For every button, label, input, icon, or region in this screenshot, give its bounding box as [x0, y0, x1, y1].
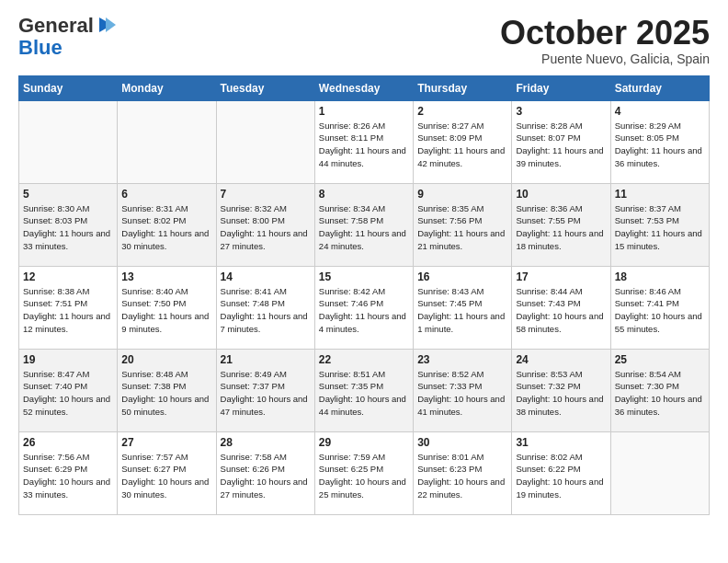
day-number: 15 — [319, 270, 409, 283]
day-info: Sunrise: 8:43 AM Sunset: 7:45 PM Dayligh… — [417, 285, 507, 336]
week-row-2: 12Sunrise: 8:38 AM Sunset: 7:51 PM Dayli… — [19, 266, 710, 349]
table-row: 8Sunrise: 8:34 AM Sunset: 7:58 PM Daylig… — [314, 183, 413, 266]
day-info: Sunrise: 8:44 AM Sunset: 7:43 PM Dayligh… — [516, 285, 606, 336]
day-info: Sunrise: 8:54 AM Sunset: 7:30 PM Dayligh… — [615, 368, 705, 419]
day-number: 29 — [319, 436, 409, 449]
location: Puente Nuevo, Galicia, Spain — [500, 52, 710, 66]
day-info: Sunrise: 8:47 AM Sunset: 7:40 PM Dayligh… — [23, 368, 113, 419]
day-info: Sunrise: 8:34 AM Sunset: 7:58 PM Dayligh… — [319, 202, 409, 253]
table-row: 3Sunrise: 8:28 AM Sunset: 8:07 PM Daylig… — [512, 100, 610, 183]
day-number: 3 — [516, 105, 606, 118]
day-number: 21 — [221, 353, 311, 366]
table-row: 7Sunrise: 8:32 AM Sunset: 8:00 PM Daylig… — [216, 183, 314, 266]
day-info: Sunrise: 8:52 AM Sunset: 7:33 PM Dayligh… — [417, 368, 507, 419]
day-info: Sunrise: 8:38 AM Sunset: 7:51 PM Dayligh… — [23, 285, 113, 336]
table-row — [610, 431, 709, 514]
table-row: 9Sunrise: 8:35 AM Sunset: 7:56 PM Daylig… — [414, 183, 512, 266]
day-info: Sunrise: 8:32 AM Sunset: 8:00 PM Dayligh… — [221, 202, 311, 253]
day-number: 23 — [417, 353, 507, 366]
day-number: 16 — [417, 270, 507, 283]
col-saturday: Saturday — [610, 75, 709, 100]
table-row: 1Sunrise: 8:26 AM Sunset: 8:11 PM Daylig… — [314, 100, 413, 183]
day-number: 12 — [23, 270, 113, 283]
month-title: October 2025 — [500, 15, 710, 52]
col-thursday: Thursday — [414, 75, 512, 100]
day-info: Sunrise: 8:42 AM Sunset: 7:46 PM Dayligh… — [319, 285, 409, 336]
day-info: Sunrise: 8:27 AM Sunset: 8:09 PM Dayligh… — [417, 120, 507, 170]
logo-icon — [96, 16, 116, 36]
header-row: Sunday Monday Tuesday Wednesday Thursday… — [19, 75, 710, 100]
day-number: 5 — [23, 188, 113, 201]
day-info: Sunrise: 7:59 AM Sunset: 6:25 PM Dayligh… — [319, 451, 409, 501]
table-row: 30Sunrise: 8:01 AM Sunset: 6:23 PM Dayli… — [414, 431, 512, 514]
day-number: 18 — [615, 270, 705, 283]
day-number: 27 — [121, 436, 211, 449]
table-row: 29Sunrise: 7:59 AM Sunset: 6:25 PM Dayli… — [314, 431, 413, 514]
table-row — [216, 100, 314, 183]
day-info: Sunrise: 8:28 AM Sunset: 8:07 PM Dayligh… — [516, 120, 606, 170]
svg-marker-1 — [106, 17, 116, 32]
day-info: Sunrise: 8:41 AM Sunset: 7:48 PM Dayligh… — [221, 285, 311, 336]
table-row: 10Sunrise: 8:36 AM Sunset: 7:55 PM Dayli… — [512, 183, 610, 266]
day-number: 30 — [417, 436, 507, 449]
day-number: 1 — [319, 105, 409, 118]
logo: General Blue — [18, 15, 116, 59]
day-info: Sunrise: 8:29 AM Sunset: 8:05 PM Dayligh… — [615, 120, 705, 170]
day-info: Sunrise: 8:30 AM Sunset: 8:03 PM Dayligh… — [23, 202, 113, 253]
day-info: Sunrise: 8:51 AM Sunset: 7:35 PM Dayligh… — [319, 368, 409, 419]
table-row: 20Sunrise: 8:48 AM Sunset: 7:38 PM Dayli… — [118, 349, 216, 431]
day-info: Sunrise: 8:35 AM Sunset: 7:56 PM Dayligh… — [417, 202, 507, 253]
day-number: 14 — [221, 270, 311, 283]
week-row-4: 26Sunrise: 7:56 AM Sunset: 6:29 PM Dayli… — [19, 431, 710, 514]
day-info: Sunrise: 8:40 AM Sunset: 7:50 PM Dayligh… — [121, 285, 211, 336]
table-row: 22Sunrise: 8:51 AM Sunset: 7:35 PM Dayli… — [314, 349, 413, 431]
day-number: 20 — [121, 353, 211, 366]
header: General Blue October 2025 Puente Nuevo, … — [18, 15, 710, 66]
day-info: Sunrise: 7:56 AM Sunset: 6:29 PM Dayligh… — [23, 451, 113, 501]
table-row: 28Sunrise: 7:58 AM Sunset: 6:26 PM Dayli… — [216, 431, 314, 514]
table-row: 16Sunrise: 8:43 AM Sunset: 7:45 PM Dayli… — [414, 266, 512, 349]
day-info: Sunrise: 8:02 AM Sunset: 6:22 PM Dayligh… — [516, 451, 606, 501]
table-row: 13Sunrise: 8:40 AM Sunset: 7:50 PM Dayli… — [118, 266, 216, 349]
day-number: 19 — [23, 353, 113, 366]
col-sunday: Sunday — [19, 75, 118, 100]
table-row: 14Sunrise: 8:41 AM Sunset: 7:48 PM Dayli… — [216, 266, 314, 349]
day-number: 17 — [516, 270, 606, 283]
day-number: 7 — [221, 188, 311, 201]
day-info: Sunrise: 7:58 AM Sunset: 6:26 PM Dayligh… — [221, 451, 311, 501]
day-number: 28 — [221, 436, 311, 449]
col-wednesday: Wednesday — [314, 75, 413, 100]
logo-general: General — [18, 15, 94, 37]
table-row: 23Sunrise: 8:52 AM Sunset: 7:33 PM Dayli… — [414, 349, 512, 431]
day-number: 25 — [615, 353, 705, 366]
table-row: 19Sunrise: 8:47 AM Sunset: 7:40 PM Dayli… — [19, 349, 118, 431]
day-number: 11 — [615, 188, 705, 201]
day-info: Sunrise: 8:53 AM Sunset: 7:32 PM Dayligh… — [516, 368, 606, 419]
day-info: Sunrise: 8:46 AM Sunset: 7:41 PM Dayligh… — [615, 285, 705, 336]
week-row-0: 1Sunrise: 8:26 AM Sunset: 8:11 PM Daylig… — [19, 100, 710, 183]
table-row: 21Sunrise: 8:49 AM Sunset: 7:37 PM Dayli… — [216, 349, 314, 431]
table-row — [118, 100, 216, 183]
table-row: 11Sunrise: 8:37 AM Sunset: 7:53 PM Dayli… — [610, 183, 709, 266]
table-row: 27Sunrise: 7:57 AM Sunset: 6:27 PM Dayli… — [118, 431, 216, 514]
day-info: Sunrise: 8:01 AM Sunset: 6:23 PM Dayligh… — [417, 451, 507, 501]
logo-blue: Blue — [18, 36, 63, 59]
day-info: Sunrise: 8:26 AM Sunset: 8:11 PM Dayligh… — [319, 120, 409, 170]
table-row: 6Sunrise: 8:31 AM Sunset: 8:02 PM Daylig… — [118, 183, 216, 266]
table-row: 15Sunrise: 8:42 AM Sunset: 7:46 PM Dayli… — [314, 266, 413, 349]
table-row: 12Sunrise: 8:38 AM Sunset: 7:51 PM Dayli… — [19, 266, 118, 349]
table-row — [19, 100, 118, 183]
table-row: 2Sunrise: 8:27 AM Sunset: 8:09 PM Daylig… — [414, 100, 512, 183]
day-info: Sunrise: 8:48 AM Sunset: 7:38 PM Dayligh… — [121, 368, 211, 419]
table-row: 24Sunrise: 8:53 AM Sunset: 7:32 PM Dayli… — [512, 349, 610, 431]
calendar-table: Sunday Monday Tuesday Wednesday Thursday… — [18, 75, 710, 515]
table-row: 31Sunrise: 8:02 AM Sunset: 6:22 PM Dayli… — [512, 431, 610, 514]
day-info: Sunrise: 8:36 AM Sunset: 7:55 PM Dayligh… — [516, 202, 606, 253]
day-info: Sunrise: 8:31 AM Sunset: 8:02 PM Dayligh… — [121, 202, 211, 253]
week-row-3: 19Sunrise: 8:47 AM Sunset: 7:40 PM Dayli… — [19, 349, 710, 431]
day-number: 8 — [319, 188, 409, 201]
table-row: 18Sunrise: 8:46 AM Sunset: 7:41 PM Dayli… — [610, 266, 709, 349]
day-number: 31 — [516, 436, 606, 449]
week-row-1: 5Sunrise: 8:30 AM Sunset: 8:03 PM Daylig… — [19, 183, 710, 266]
col-tuesday: Tuesday — [216, 75, 314, 100]
